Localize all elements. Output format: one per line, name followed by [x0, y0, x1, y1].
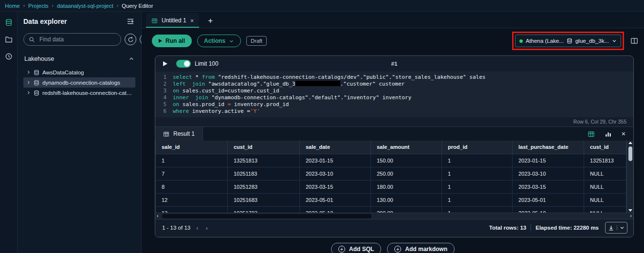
- notebook-actions: + Add SQL + Add markdown: [142, 237, 644, 253]
- code-line: 3on sales.cust_id=customer.cust_id: [155, 88, 633, 94]
- table-row[interactable]: 1132518132023-01-15150.0012023-01-151325…: [156, 154, 626, 167]
- data-explorer-panel: Data explorer: [18, 12, 142, 253]
- prev-page-button[interactable]: ‹: [195, 224, 200, 232]
- horizontal-scrollbar[interactable]: ‹ ›: [155, 213, 633, 219]
- search-input[interactable]: [23, 33, 121, 46]
- add-markdown-button[interactable]: + Add markdown: [387, 243, 455, 253]
- catalog-icon: [34, 80, 39, 86]
- tree-item-label: dynamodb-connection-catalogs: [42, 80, 120, 86]
- catalog-icon: [34, 90, 39, 96]
- limit-toggle[interactable]: Limit 100: [176, 60, 219, 68]
- catalog-icon: [34, 70, 39, 75]
- pagination-label: 1 - 13 of 13: [162, 225, 190, 231]
- table-cell: NULL: [584, 206, 626, 213]
- split-panel-icon[interactable]: [629, 36, 639, 46]
- table-cell: 1: [442, 154, 513, 167]
- result-tab-label: Result 1: [173, 130, 195, 137]
- table-row[interactable]: 13102517832023-05-10280.0012023-05-10NUL…: [156, 206, 626, 213]
- table-cell: 10251283: [228, 180, 300, 193]
- line-number: 1: [155, 74, 173, 81]
- table-cell: 10251783: [228, 206, 300, 213]
- column-header: cust_id: [228, 141, 300, 154]
- tree-item-label: redshift-lakehouse-connection-catalogs: [42, 90, 133, 96]
- download-button[interactable]: [605, 222, 627, 234]
- close-tab-icon[interactable]: ×: [190, 18, 194, 24]
- sql-editor[interactable]: 1select * from "redshift-lakehouse-conne…: [155, 72, 633, 117]
- total-rows-label: Total rows: 13: [489, 225, 526, 231]
- plus-icon: +: [338, 246, 345, 253]
- table-cell: 2023-05-10: [300, 206, 371, 213]
- table-cell: 250.00: [371, 167, 442, 180]
- scroll-thumb[interactable]: [628, 146, 632, 161]
- run-cell-button[interactable]: [162, 60, 168, 67]
- tree-item-redshift-lakehouse-connection-catalogs[interactable]: redshift-lakehouse-connection-catalogs: [23, 88, 135, 98]
- table-row[interactable]: 12102516832023-05-01130.0012023-05-01NUL…: [156, 193, 626, 206]
- editor-tabbar: Untitled 1 × +: [142, 12, 644, 28]
- result-footer: 1 - 13 of 13 ‹ › Total rows: 13 Elapsed …: [155, 219, 633, 237]
- search-field[interactable]: [38, 36, 116, 43]
- search-icon: [29, 36, 35, 43]
- connection-name: Athena (Lake...: [526, 38, 564, 44]
- table-row[interactable]: 8102512832023-03-15180.0012023-03-15NULL: [156, 180, 626, 193]
- table-cell: 280.00: [371, 206, 442, 213]
- app-root: Home›Projects›dataanalyst-sql-project›Qu…: [0, 0, 644, 253]
- tab-untitled-1[interactable]: Untitled 1 ×: [146, 13, 199, 28]
- table-row[interactable]: 7102511832023-03-10250.0012023-03-10NULL: [156, 167, 626, 180]
- scroll-right-icon[interactable]: ›: [630, 213, 632, 219]
- actions-button[interactable]: Actions: [197, 35, 241, 47]
- add-sql-button[interactable]: + Add SQL: [331, 243, 381, 253]
- tab-label: Untitled 1: [162, 17, 186, 24]
- line-number: 2: [155, 81, 173, 88]
- chevron-up-icon[interactable]: [129, 56, 134, 62]
- data-catalog-icon[interactable]: [4, 18, 14, 27]
- table-cell: 2023-03-15: [300, 180, 371, 193]
- tab-result-1[interactable]: Result 1: [155, 127, 203, 141]
- refresh-button[interactable]: [125, 34, 136, 45]
- toggle-on-icon[interactable]: [176, 60, 191, 68]
- table-cell: 2023-05-01: [300, 193, 371, 206]
- chevron-right-icon[interactable]: [26, 80, 31, 85]
- vertical-scrollbar[interactable]: [626, 141, 633, 213]
- query-cell-card: Limit 100 #1 1select * from "redshift-la…: [155, 55, 634, 237]
- main-area: Untitled 1 × + Run all Actions Draft: [142, 12, 644, 253]
- code-line: 5on sales.prod_id = inventory.prod_id: [155, 101, 633, 108]
- plus-icon: +: [394, 246, 401, 253]
- code-line: 6where inventory.active ='Y': [155, 108, 633, 115]
- tree-root-label: Lakehouse: [24, 55, 54, 62]
- next-page-button[interactable]: ›: [204, 224, 209, 232]
- chevron-right-icon[interactable]: [26, 90, 31, 95]
- table-cell: 2023-05-10: [513, 206, 584, 213]
- tree-item-label: AwsDataCatalog: [42, 70, 84, 75]
- tree-item-AwsDataCatalog[interactable]: AwsDataCatalog: [23, 67, 135, 77]
- tree-root-lakehouse[interactable]: Lakehouse: [24, 55, 134, 62]
- breadcrumb-item[interactable]: Projects: [28, 3, 49, 9]
- table-cell: 13251813: [584, 154, 626, 167]
- history-icon[interactable]: [4, 52, 14, 61]
- data-explorer-title: Data explorer: [23, 18, 67, 25]
- tree-item-dynamodb-connection-catalogs[interactable]: dynamodb-connection-catalogs: [23, 77, 135, 88]
- column-header: sale_id: [156, 141, 228, 154]
- column-header: sale_amount: [371, 141, 442, 154]
- table-cell: 1: [442, 193, 513, 206]
- chevron-right-icon[interactable]: [26, 70, 31, 74]
- collapse-panel-icon[interactable]: [126, 17, 135, 26]
- download-icon[interactable]: [606, 225, 617, 231]
- scroll-left-icon[interactable]: ‹: [157, 213, 159, 219]
- query-toolbar: Run all Actions Draft Athena (Lake...: [142, 28, 644, 54]
- scroll-up-icon[interactable]: [628, 142, 632, 144]
- column-header: prod_id: [442, 141, 513, 154]
- connection-selector[interactable]: Athena (Lake... glue_db_3k...: [515, 35, 621, 47]
- breadcrumb-item[interactable]: Home: [5, 3, 20, 9]
- folder-icon[interactable]: [4, 35, 14, 44]
- breadcrumb-item[interactable]: dataanalyst-sql-project: [57, 3, 113, 9]
- result-tabbar: Result 1 ×: [155, 126, 633, 141]
- run-all-button[interactable]: Run all: [152, 35, 192, 47]
- close-results-icon[interactable]: ×: [621, 129, 626, 138]
- scroll-thumb[interactable]: [162, 214, 371, 218]
- new-tab-button[interactable]: +: [205, 16, 216, 25]
- chart-view-icon[interactable]: [604, 129, 613, 139]
- download-options-icon[interactable]: [617, 225, 627, 230]
- column-header: last_purchase_date: [513, 141, 584, 154]
- table-view-icon[interactable]: [587, 129, 596, 139]
- scroll-down-icon[interactable]: [628, 209, 632, 212]
